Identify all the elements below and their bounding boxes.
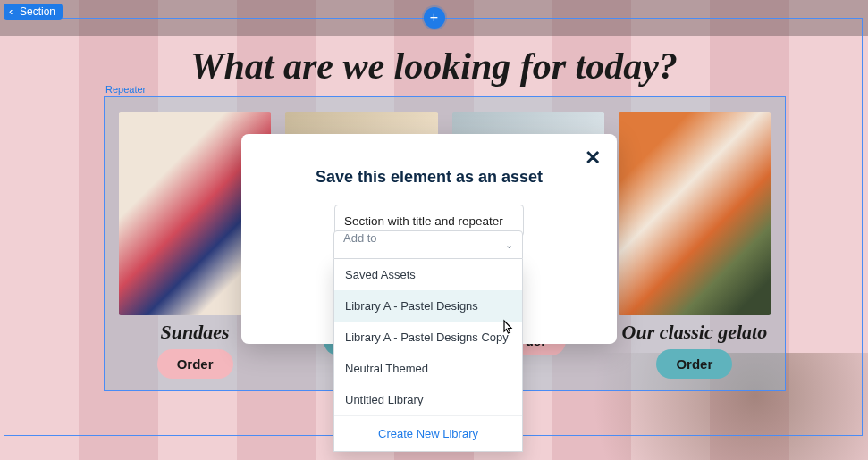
chevron-down-icon: ⌄ [505, 239, 513, 251]
page-title: What are we looking for today? [0, 45, 868, 88]
dropdown-list: Saved Assets Library A - Pastel Designs … [333, 259, 523, 452]
order-button[interactable]: Order [656, 349, 732, 379]
dropdown-option-library-a[interactable]: Library A - Pastel Designs [334, 290, 522, 322]
dropdown-option-neutral-themed[interactable]: Neutral Themed [334, 353, 522, 384]
dropdown-option-untitled-library[interactable]: Untitled Library [334, 384, 522, 415]
dialog-title: Save this element as an asset [241, 168, 617, 187]
plus-icon: + [430, 10, 438, 26]
create-new-library-link[interactable]: Create New Library [334, 415, 522, 451]
product-caption: Sundaes [161, 321, 230, 344]
add-to-select[interactable]: Add to ⌄ [333, 230, 523, 259]
close-icon[interactable]: ✕ [585, 146, 601, 170]
add-section-button[interactable]: + [424, 7, 445, 29]
editor-stage: Section + What are we looking for today?… [0, 0, 868, 460]
repeater-item[interactable]: Our classic gelato Order [619, 112, 771, 380]
add-to-dropdown: Add to ⌄ Saved Assets Library A - Pastel… [333, 230, 523, 452]
add-to-placeholder: Add to [343, 231, 377, 245]
section-breadcrumb[interactable]: Section [4, 4, 63, 20]
dropdown-option-saved-assets[interactable]: Saved Assets [334, 259, 522, 290]
dropdown-option-library-a-copy[interactable]: Library A - Pastel Designs Copy [334, 322, 522, 353]
order-button[interactable]: Order [157, 349, 233, 379]
product-caption: Our classic gelato [622, 321, 768, 344]
product-image [619, 112, 771, 315]
repeater-label[interactable]: Repeater [105, 84, 146, 95]
